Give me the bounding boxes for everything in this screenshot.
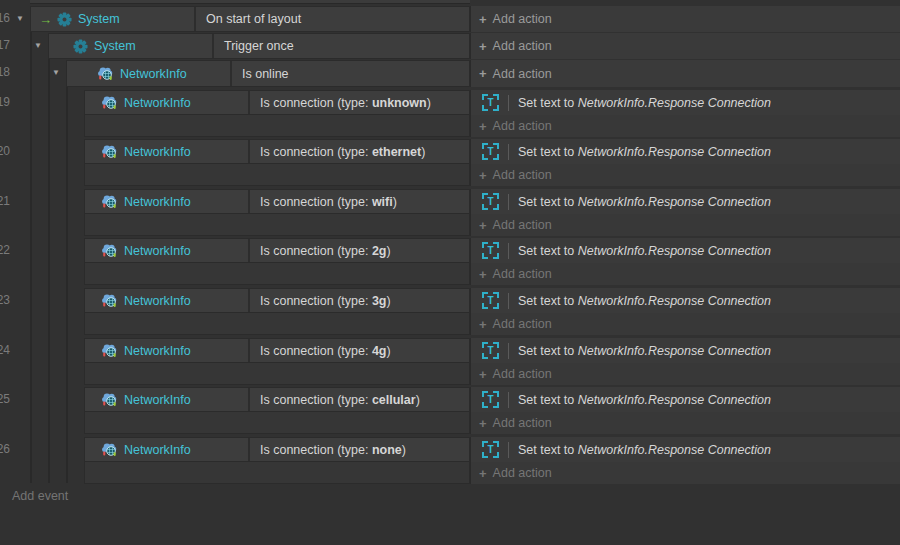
add-action-label: Add action xyxy=(493,267,552,281)
condition-text: Trigger once xyxy=(224,39,294,53)
event-condition-block: NetworkInfoIs connection (type: 2g) xyxy=(84,238,470,263)
empty-condition-area[interactable] xyxy=(84,164,470,186)
plus-icon: + xyxy=(479,416,487,431)
condition-cell[interactable]: Is connection (type: cellular) xyxy=(250,388,469,411)
action-row[interactable]: TSet text to NetworkInfo.Response Connec… xyxy=(470,288,900,313)
previous-event-edge xyxy=(30,0,470,4)
object-cell[interactable]: NetworkInfo xyxy=(67,61,232,86)
empty-condition-area[interactable] xyxy=(84,313,470,335)
action-row[interactable]: TSet text to NetworkInfo.Response Connec… xyxy=(470,387,900,412)
action-text: Set text to xyxy=(518,145,578,159)
text-object-icon: T xyxy=(482,342,499,359)
action-expression: NetworkInfo.Response Connection xyxy=(578,195,771,209)
add-action-label: Add action xyxy=(493,12,552,26)
add-action-row[interactable]: +Add action xyxy=(470,263,900,285)
condition-cell[interactable]: On start of layout xyxy=(196,7,469,31)
condition-cell[interactable]: Is connection (type: wifi) xyxy=(250,190,469,213)
action-expression: NetworkInfo.Response Connection xyxy=(578,96,771,110)
plus-icon: + xyxy=(479,367,487,382)
condition-cell[interactable]: Is connection (type: none) xyxy=(250,438,469,461)
condition-cell[interactable]: Is connection (type: ethernet) xyxy=(250,140,469,163)
object-cell[interactable]: System xyxy=(49,34,214,58)
collapse-triangle-icon[interactable]: ▼ xyxy=(49,68,63,78)
condition-cell[interactable]: Is online xyxy=(232,61,469,86)
plus-icon: + xyxy=(479,12,487,27)
collapse-triangle-icon[interactable]: ▼ xyxy=(13,14,27,24)
empty-condition-area[interactable] xyxy=(84,263,470,285)
text-object-icon: T xyxy=(482,94,499,111)
condition-cell[interactable]: Is connection (type: unknown) xyxy=(250,91,469,114)
add-action-row[interactable]: +Add action xyxy=(470,164,900,186)
condition-text: Is connection (type: xyxy=(260,393,372,407)
event-number: 17 xyxy=(0,38,10,52)
add-action-row[interactable]: +Add action xyxy=(470,214,900,236)
add-action-row[interactable]: +Add action xyxy=(470,313,900,335)
action-row[interactable]: TSet text to NetworkInfo.Response Connec… xyxy=(470,189,900,214)
action-expression: NetworkInfo.Response Connection xyxy=(578,294,771,308)
object-cell[interactable]: NetworkInfo xyxy=(85,339,250,362)
add-action-label: Add action xyxy=(493,119,552,133)
event-condition-block: SystemTrigger once xyxy=(48,33,470,59)
add-action-row[interactable]: +Add action xyxy=(470,462,900,484)
icon-text-divider xyxy=(508,392,509,408)
action-row[interactable]: TSet text to NetworkInfo.Response Connec… xyxy=(470,338,900,363)
condition-text: Is connection (type: xyxy=(260,294,372,308)
networkinfo-icon xyxy=(101,193,118,210)
collapse-triangle-icon[interactable]: ▼ xyxy=(31,41,45,51)
object-cell[interactable]: NetworkInfo xyxy=(85,91,250,114)
empty-condition-area[interactable] xyxy=(84,412,470,434)
plus-icon: + xyxy=(479,267,487,282)
object-cell[interactable]: NetworkInfo xyxy=(85,190,250,213)
object-cell[interactable]: →System xyxy=(31,7,196,31)
action-row[interactable]: TSet text to NetworkInfo.Response Connec… xyxy=(470,437,900,462)
object-cell[interactable]: NetworkInfo xyxy=(85,289,250,312)
add-action-label: Add action xyxy=(493,67,552,81)
object-name: NetworkInfo xyxy=(124,344,191,358)
object-cell[interactable]: NetworkInfo xyxy=(85,388,250,411)
condition-cell[interactable]: Is connection (type: 3g) xyxy=(250,289,469,312)
add-action-row[interactable]: +Add action xyxy=(470,363,900,385)
empty-condition-area[interactable] xyxy=(84,214,470,236)
object-name: NetworkInfo xyxy=(124,96,191,110)
action-text: Set text to xyxy=(518,96,578,110)
event-number: 20 xyxy=(0,144,10,158)
add-action-row[interactable]: +Add action xyxy=(470,6,900,32)
add-action-row[interactable]: +Add action xyxy=(470,33,900,59)
networkinfo-icon xyxy=(101,292,118,309)
condition-cell[interactable]: Is connection (type: 4g) xyxy=(250,339,469,362)
condition-cell[interactable]: Is connection (type: 2g) xyxy=(250,239,469,262)
add-action-label: Add action xyxy=(493,218,552,232)
add-action-label: Add action xyxy=(493,317,552,331)
icon-text-divider xyxy=(508,194,509,210)
text-object-icon: T xyxy=(482,143,499,160)
add-action-row[interactable]: +Add action xyxy=(470,115,900,137)
plus-icon: + xyxy=(479,66,487,81)
condition-text-suffix: ) xyxy=(421,145,425,159)
plus-icon: + xyxy=(479,317,487,332)
object-cell[interactable]: NetworkInfo xyxy=(85,438,250,461)
icon-text-divider xyxy=(508,442,509,458)
action-expression: NetworkInfo.Response Connection xyxy=(578,443,771,457)
action-row[interactable]: TSet text to NetworkInfo.Response Connec… xyxy=(470,90,900,115)
action-row[interactable]: TSet text to NetworkInfo.Response Connec… xyxy=(470,139,900,164)
condition-param: 4g xyxy=(372,344,387,358)
add-event-button[interactable]: Add event xyxy=(12,489,68,503)
condition-cell[interactable]: Trigger once xyxy=(214,34,469,58)
event-condition-block: →SystemOn start of layout xyxy=(30,6,470,32)
empty-condition-area[interactable] xyxy=(84,115,470,137)
trigger-arrow-icon: → xyxy=(39,13,52,26)
event-number: 19 xyxy=(0,95,10,109)
action-expression: NetworkInfo.Response Connection xyxy=(578,393,771,407)
object-name: NetworkInfo xyxy=(124,145,191,159)
event-condition-block: NetworkInfoIs connection (type: unknown) xyxy=(84,90,470,115)
object-cell[interactable]: NetworkInfo xyxy=(85,239,250,262)
add-action-row[interactable]: +Add action xyxy=(470,412,900,434)
event-number: 25 xyxy=(0,392,10,406)
action-row[interactable]: TSet text to NetworkInfo.Response Connec… xyxy=(470,238,900,263)
networkinfo-icon xyxy=(101,391,118,408)
add-action-row[interactable]: +Add action xyxy=(470,60,900,87)
event-condition-block: NetworkInfoIs connection (type: ethernet… xyxy=(84,139,470,164)
empty-condition-area[interactable] xyxy=(84,363,470,385)
object-cell[interactable]: NetworkInfo xyxy=(85,140,250,163)
empty-condition-area[interactable] xyxy=(84,462,470,484)
